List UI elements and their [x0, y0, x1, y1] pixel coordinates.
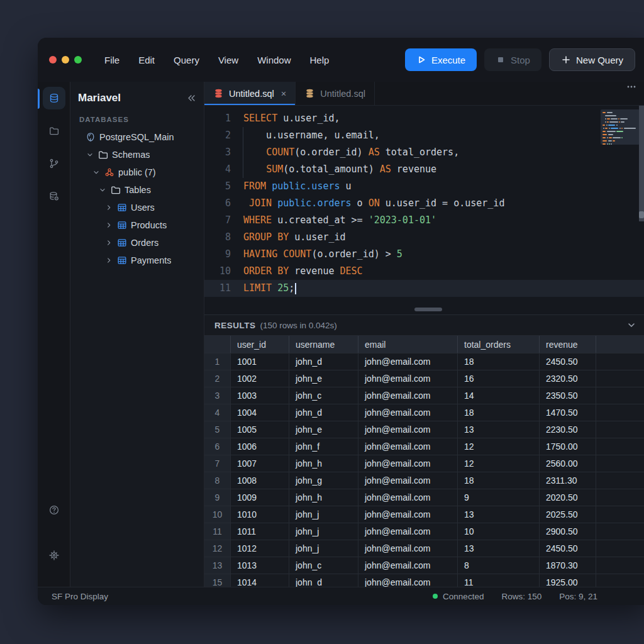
menu-item-edit[interactable]: Edit [138, 55, 155, 65]
code-line-6[interactable]: 6 JOIN public.orders o ON u.user_id = o.… [204, 195, 644, 212]
cell-rownum: 1 [204, 353, 231, 370]
git-branch-icon [49, 158, 59, 169]
table-row[interactable]: 101010john_jjohn@email.com132025.50 [204, 506, 644, 523]
code-line-11[interactable]: 11LIMIT 25; [204, 280, 644, 297]
tree-item-orders[interactable]: Orders [78, 234, 196, 252]
cell-revenue: 2020.50 [540, 489, 596, 506]
editor-scrollbar[interactable] [639, 106, 644, 221]
cell-revenue: 2230.50 [540, 421, 596, 438]
tree-item-users[interactable]: Users [78, 199, 196, 216]
maximize-window-icon[interactable] [74, 56, 82, 64]
close-window-icon[interactable] [49, 56, 57, 64]
filler-cell [596, 421, 644, 438]
menu-item-file[interactable]: File [104, 55, 119, 65]
table-row[interactable]: 11001john_djohn@email.com182450.50 [204, 353, 644, 370]
code-line-3[interactable]: 3 COUNT(o.order_id) AS total_orders, [204, 144, 644, 161]
line-number: 8 [204, 229, 243, 246]
panel-resize-handle[interactable] [414, 308, 442, 311]
sql-editor[interactable]: 1SELECT u.user_id,2 u.username, u.email,… [204, 106, 644, 304]
cell-email: john@email.com [358, 370, 458, 387]
tree-item-tables[interactable]: Tables [78, 181, 196, 199]
cell-total_orders: 13 [458, 421, 540, 438]
close-tab-icon[interactable]: × [281, 89, 286, 99]
column-header-revenue[interactable]: revenue [540, 336, 596, 353]
code-line-7[interactable]: 7WHERE u.created_at >= '2023-01-01' [204, 212, 644, 229]
menu-item-window[interactable]: Window [257, 55, 291, 65]
column-header-total_orders[interactable]: total_orders [458, 336, 540, 353]
line-number: 11 [204, 280, 243, 297]
filler-cell [596, 438, 644, 455]
column-header-email[interactable]: email [358, 336, 458, 353]
filler-cell [596, 557, 644, 574]
table-row[interactable]: 51005john_ejohn@email.com132230.50 [204, 421, 644, 438]
rail-item-help[interactable] [43, 499, 65, 521]
code-text: WHERE u.created_at >= '2023-01-01' [243, 212, 644, 229]
results-title: RESULTS [214, 321, 256, 330]
code-line-8[interactable]: 8GROUP BY u.user_id [204, 229, 644, 246]
code-text: COUNT(o.order_id) AS total_orders, [243, 144, 644, 161]
table-row[interactable]: 71007john_hjohn@email.com122560.00 [204, 455, 644, 472]
tree-item-postgresql-main[interactable]: PostgreSQL_Main [78, 128, 196, 146]
play-icon [416, 55, 426, 65]
filler-cell [596, 370, 644, 387]
rail-item-db-settings[interactable] [43, 185, 65, 208]
column-header-rownum[interactable] [204, 336, 231, 353]
cell-revenue: 1750.00 [540, 438, 596, 455]
table-row[interactable]: 41004john_djohn@email.com181470.50 [204, 404, 644, 421]
plus-icon [561, 55, 571, 65]
table-row[interactable]: 31003john_cjohn@email.com142350.50 [204, 387, 644, 404]
tab-untitled-sql-1[interactable]: Untitled.sql× [204, 82, 296, 105]
table-row[interactable]: 61006john_fjohn@email.com121750.00 [204, 438, 644, 455]
tab-untitled-sql-2[interactable]: Untitled.sql [296, 82, 375, 105]
editor-scrollbar-thumb[interactable] [639, 211, 644, 218]
cell-email: john@email.com [358, 404, 458, 421]
tree-item-label: Products [131, 220, 167, 230]
database-file-icon [304, 89, 314, 99]
table-row[interactable]: 91009john_hjohn@email.com92020.50 [204, 489, 644, 506]
cell-rownum: 10 [204, 506, 231, 523]
new-query-button[interactable]: New Query [549, 48, 635, 71]
code-line-9[interactable]: 9HAVING COUNT(o.order_id) > 5 [204, 246, 644, 263]
code-line-1[interactable]: 1SELECT u.user_id, [204, 110, 644, 127]
rail-item-settings[interactable] [43, 544, 65, 567]
table-row[interactable]: 81008john_gjohn@email.com182311.30 [204, 472, 644, 489]
tree-item-public-7[interactable]: public (7) [78, 164, 196, 181]
tree-item-schemas[interactable]: Schemas [78, 146, 196, 164]
minimap[interactable] [601, 109, 640, 145]
panel-resize-strip [204, 304, 644, 314]
table-row[interactable]: 21002john_ejohn@email.com162320.50 [204, 370, 644, 387]
code-line-10[interactable]: 10ORDER BY revenue DESC [204, 263, 644, 280]
table-row[interactable]: 151014john_djohn@email.com111925.00 [204, 574, 644, 587]
cell-revenue: 1925.00 [540, 574, 596, 587]
cell-user_id: 1008 [231, 472, 289, 489]
chevron-down-icon [98, 185, 107, 195]
menu-item-view[interactable]: View [218, 55, 238, 65]
minimize-window-icon[interactable] [62, 56, 69, 64]
code-line-2[interactable]: 2 u.username, u.email, [204, 127, 644, 144]
tab-overflow-menu-icon[interactable] [626, 82, 636, 92]
chevron-right-icon [104, 203, 113, 213]
column-header-username[interactable]: username [289, 336, 358, 353]
chevron-down-icon [86, 150, 94, 160]
table-row[interactable]: 111011john_jjohn@email.com102900.50 [204, 523, 644, 540]
menu-item-query[interactable]: Query [174, 55, 199, 65]
column-header-user_id[interactable]: user_id [231, 336, 289, 353]
rail-item-database[interactable] [43, 87, 65, 109]
rail-item-git-branch[interactable] [43, 152, 65, 175]
menu-item-help[interactable]: Help [310, 55, 330, 65]
code-line-4[interactable]: 4 SUM(o.total_amount) AS revenue [204, 161, 644, 178]
table-row[interactable]: 131013john_cjohn@email.com81870.30 [204, 557, 644, 574]
tree-item-products[interactable]: Products [78, 216, 196, 234]
execute-button[interactable]: Execute [405, 48, 477, 71]
new-query-button-label: New Query [576, 55, 623, 65]
rail-item-folder[interactable] [43, 119, 65, 142]
folder-icon [111, 185, 121, 195]
stop-button[interactable]: Stop [484, 48, 541, 71]
collapse-sidebar-icon[interactable] [186, 93, 196, 103]
collapse-results-icon[interactable] [626, 320, 636, 330]
results-table: user_idusernameemailtotal_ordersrevenue1… [204, 336, 644, 587]
activity-bar-top [43, 87, 65, 218]
tree-item-payments[interactable]: Payments [78, 252, 196, 269]
table-row[interactable]: 121012john_jjohn@email.com132450.50 [204, 540, 644, 557]
code-line-5[interactable]: 5FROM public.users u [204, 178, 644, 195]
